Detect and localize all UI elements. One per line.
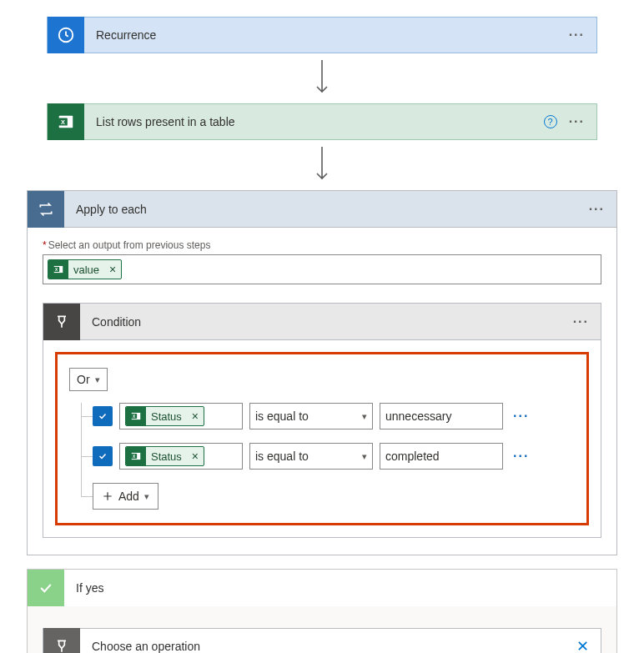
condition-menu-button[interactable]: ··· [573, 315, 589, 329]
group-operator-dropdown[interactable]: Or ▾ [69, 368, 108, 391]
list-rows-menu-button[interactable]: ··· [569, 115, 585, 128]
condition-row: X Status × is equal to ▾ [69, 403, 575, 429]
row-menu-button[interactable]: ··· [513, 449, 529, 464]
value-token[interactable]: X value × [48, 259, 122, 279]
excel-icon: X [126, 406, 146, 426]
condition-header[interactable]: Condition ··· [43, 304, 601, 340]
operation-icon [43, 628, 80, 653]
status-token[interactable]: X Status × [125, 406, 204, 426]
arrow-down-icon [314, 58, 330, 98]
apply-to-each-header[interactable]: Apply to each ··· [28, 191, 616, 228]
chevron-down-icon: ▾ [144, 491, 149, 502]
plus-icon [102, 490, 113, 502]
excel-icon: X [126, 446, 146, 466]
help-icon[interactable]: ? [544, 115, 557, 128]
condition-card: Condition ··· Or ▾ [43, 303, 601, 538]
apply-menu-button[interactable]: ··· [589, 203, 605, 216]
row-menu-button[interactable]: ··· [513, 409, 529, 424]
select-output-label: *Select an output from previous steps [43, 239, 601, 251]
remove-token-button[interactable]: × [187, 450, 204, 463]
condition-field-input[interactable]: X Status × [119, 403, 243, 429]
list-rows-title: List rows present in a table [84, 115, 544, 128]
list-rows-card[interactable]: X List rows present in a table ? ··· [47, 103, 597, 140]
choose-operation-card[interactable]: Choose an operation ✕ [43, 628, 601, 653]
choose-operation-title: Choose an operation [80, 640, 576, 653]
condition-field-input[interactable]: X Status × [119, 443, 243, 470]
recurrence-card[interactable]: Recurrence ··· [47, 17, 597, 53]
flow-canvas: Recurrence ··· X List rows present in a … [0, 17, 644, 653]
condition-icon [43, 304, 80, 340]
row-checkbox[interactable] [93, 446, 113, 466]
operator-dropdown[interactable]: is equal to ▾ [249, 403, 373, 429]
operator-dropdown[interactable]: is equal to ▾ [249, 443, 373, 470]
recurrence-title: Recurrence [84, 28, 569, 42]
value-input[interactable]: completed [380, 443, 503, 470]
add-row: Add ▾ [69, 483, 575, 510]
if-yes-title: If yes [64, 581, 616, 595]
clock-icon [48, 17, 84, 53]
apply-to-each-card: Apply to each ··· *Select an output from… [27, 190, 617, 555]
row-checkbox[interactable] [93, 406, 113, 426]
condition-highlight-box: Or ▾ X [55, 352, 589, 525]
select-output-input[interactable]: X value × [43, 254, 601, 284]
svg-text:X: X [61, 118, 65, 126]
apply-to-each-title: Apply to each [64, 203, 589, 216]
value-input[interactable]: unnecessary [380, 403, 503, 429]
chevron-down-icon: ▾ [95, 374, 100, 385]
add-condition-button[interactable]: Add ▾ [93, 483, 158, 510]
arrow-down-icon [314, 145, 330, 185]
remove-token-button[interactable]: × [104, 263, 121, 276]
recurrence-menu-button[interactable]: ··· [569, 28, 585, 42]
condition-title: Condition [80, 315, 573, 329]
condition-row: X Status × is equal to ▾ [69, 443, 575, 470]
excel-icon: X [48, 103, 84, 140]
excel-icon: X [48, 259, 68, 279]
close-button[interactable]: ✕ [576, 637, 601, 653]
chevron-down-icon: ▾ [362, 411, 367, 422]
apply-body: *Select an output from previous steps X … [28, 228, 616, 555]
chevron-down-icon: ▾ [362, 451, 367, 462]
loop-icon [28, 191, 64, 228]
if-yes-header[interactable]: If yes [28, 570, 616, 606]
condition-rows: X Status × is equal to ▾ [69, 403, 575, 510]
remove-token-button[interactable]: × [187, 409, 204, 423]
if-yes-card: If yes Choose an operation ✕ [27, 569, 617, 653]
checkmark-icon [28, 570, 64, 606]
status-token[interactable]: X Status × [125, 446, 204, 466]
